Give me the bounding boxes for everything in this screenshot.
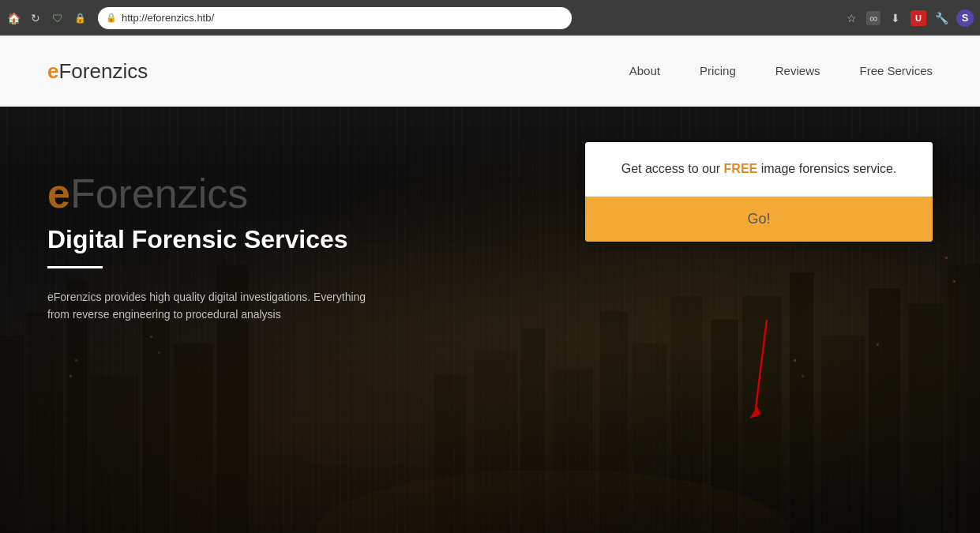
nav-item-free-services[interactable]: Free Services bbox=[859, 64, 933, 78]
nav-item-pricing[interactable]: Pricing bbox=[700, 64, 736, 78]
site-logo[interactable]: eForenzics bbox=[47, 59, 148, 84]
browser-chrome: 🏠 ↻ 🛡 🔒 🔒 ☆ ∞ ⬇ U 🔧 S bbox=[0, 0, 980, 36]
nav-link-about[interactable]: About bbox=[629, 64, 660, 77]
nav-link-free-services[interactable]: Free Services bbox=[859, 64, 933, 77]
website-container: eForenzics About Pricing Reviews Free Se… bbox=[0, 36, 980, 533]
cta-suffix-text: image forensics service. bbox=[757, 162, 896, 175]
shield-icon[interactable]: 🛡 bbox=[51, 11, 65, 25]
browser-action-icons: ☆ ∞ ⬇ U 🔧 S bbox=[844, 9, 974, 27]
address-bar[interactable]: 🔒 bbox=[98, 7, 572, 29]
star-icon[interactable]: ☆ bbox=[844, 11, 858, 25]
hero-description: eForenzics provides high quality digital… bbox=[47, 288, 379, 324]
arrow-annotation bbox=[743, 312, 775, 434]
logo-text: Forenzics bbox=[58, 59, 148, 83]
nav-item-reviews[interactable]: Reviews bbox=[775, 64, 820, 78]
hero-divider bbox=[47, 266, 103, 268]
wrench-icon[interactable]: 🔧 bbox=[934, 11, 948, 25]
cta-card: Get access to our FREE image forensics s… bbox=[585, 142, 933, 242]
hero-logo-rest: Forenzics bbox=[70, 171, 248, 216]
lock-small-icon: 🔒 bbox=[106, 13, 117, 23]
cta-prefix-text: Get access to our bbox=[621, 162, 724, 175]
lock-icon: 🔒 bbox=[73, 11, 87, 25]
cta-free-text: FREE bbox=[724, 162, 758, 175]
nav-link-reviews[interactable]: Reviews bbox=[775, 64, 820, 77]
navbar: eForenzics About Pricing Reviews Free Se… bbox=[0, 36, 980, 107]
nav-menu: About Pricing Reviews Free Services bbox=[629, 64, 933, 78]
hero-section: eForenzics Digital Forensic Services eFo… bbox=[0, 107, 980, 533]
mask-icon[interactable]: ∞ bbox=[866, 11, 880, 25]
download-icon[interactable]: ⬇ bbox=[888, 11, 903, 25]
cta-card-body[interactable]: Go! bbox=[585, 197, 933, 242]
extension-purple-icon[interactable]: S bbox=[956, 9, 974, 27]
reload-icon[interactable]: ↻ bbox=[28, 11, 43, 25]
cta-card-header: Get access to our FREE image forensics s… bbox=[585, 142, 933, 197]
logo-e-letter: e bbox=[47, 59, 58, 83]
nav-link-pricing[interactable]: Pricing bbox=[700, 64, 736, 77]
browser-nav-icons: 🏠 ↻ 🛡 🔒 bbox=[6, 11, 87, 25]
nav-item-about[interactable]: About bbox=[629, 64, 660, 78]
svg-line-34 bbox=[755, 320, 767, 415]
cta-go-button[interactable]: Go! bbox=[747, 211, 770, 227]
hero-logo-e: e bbox=[47, 171, 70, 216]
home-icon[interactable]: 🏠 bbox=[6, 11, 21, 25]
url-input[interactable] bbox=[122, 12, 564, 24]
extension-red-icon[interactable]: U bbox=[911, 10, 926, 26]
